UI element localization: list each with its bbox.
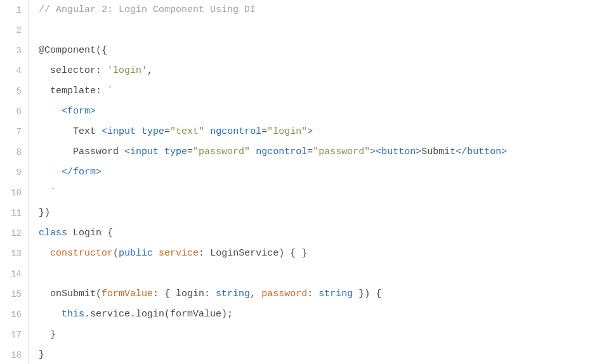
code-line[interactable]: }) [39, 203, 590, 223]
code-line[interactable] [39, 20, 590, 41]
code-token: Text [73, 126, 102, 137]
class-name-token: Login [73, 228, 102, 238]
string-token: login [113, 65, 141, 76]
code-editor[interactable]: // Angular 2: Login Component Using DI @… [29, 0, 590, 364]
key-token: login [176, 289, 204, 299]
code-line[interactable]: onSubmit(formValue: { login: string, pas… [39, 284, 590, 304]
line-number: 16 [0, 304, 22, 325]
code-token: : [199, 248, 210, 259]
line-number: 5 [0, 81, 22, 101]
type-token: LoginService [210, 248, 279, 259]
tag-token: form [67, 106, 90, 117]
code-token [102, 228, 107, 238]
code-token: ( [96, 289, 102, 299]
code-line[interactable] [39, 264, 590, 284]
line-number: 1 [0, 0, 22, 20]
attr-token: ngcontrol [256, 146, 307, 157]
code-token [39, 146, 73, 157]
code-token: = [261, 126, 267, 137]
code-line[interactable]: } [39, 345, 590, 364]
line-number: 7 [0, 122, 22, 142]
string-token: "password" [193, 146, 250, 157]
code-token: selector [50, 65, 96, 76]
line-number: 4 [0, 61, 22, 81]
code-token [39, 309, 62, 320]
line-number: 18 [0, 345, 22, 364]
code-line[interactable]: this.service.login(formValue); [39, 304, 590, 325]
line-number: 9 [0, 162, 22, 183]
code-token: : [204, 289, 216, 299]
code-token: template [50, 86, 96, 96]
code-line[interactable]: selector: 'login', [39, 61, 590, 81]
code-token [204, 126, 210, 137]
code-line[interactable]: @Component({ [39, 41, 590, 61]
code-token [39, 126, 73, 137]
string-token: "login" [267, 126, 307, 137]
param-token: service [159, 248, 199, 259]
code-token [39, 106, 62, 117]
code-token [153, 248, 159, 259]
code-line[interactable]: template: ` [39, 81, 590, 101]
code-line[interactable]: constructor(public service: LoginService… [39, 244, 590, 264]
code-token: = [307, 146, 313, 157]
tag-token: button [467, 146, 501, 157]
string-token: ` [50, 187, 56, 198]
line-number: 10 [0, 183, 22, 203]
line-number: 13 [0, 244, 22, 264]
tag-token: input [107, 126, 136, 137]
tag-token: > [96, 167, 102, 178]
code-line[interactable]: class Login { [39, 223, 590, 244]
code-token: ) { } [279, 248, 307, 259]
code-token [159, 146, 164, 157]
code-token: } [39, 349, 44, 360]
string-token: ' [141, 65, 147, 76]
tag-token: < [62, 106, 67, 117]
string-token: ` [107, 86, 113, 96]
line-number: 2 [0, 20, 22, 41]
code-line[interactable]: } [39, 325, 590, 345]
code-line[interactable]: Text <input type="text" ngcontrol="login… [39, 122, 590, 142]
code-token: }) { [353, 289, 381, 299]
line-number-gutter: 1 2 3 4 5 6 7 8 9 10 11 12 13 14 15 16 1… [0, 0, 29, 364]
line-number: 11 [0, 203, 22, 223]
code-line[interactable]: ` [39, 183, 590, 203]
code-line[interactable]: // Angular 2: Login Component Using DI [39, 0, 590, 20]
code-token [39, 248, 50, 259]
keyword-token: public [119, 248, 153, 259]
tag-token: < [102, 126, 107, 137]
code-token: : { [153, 289, 176, 299]
code-token: Submit [421, 146, 456, 157]
code-line[interactable]: </form> [39, 162, 590, 183]
code-token [39, 289, 50, 299]
code-token: .service.login(formValue); [84, 309, 233, 320]
code-token [136, 126, 141, 137]
code-token: = [187, 146, 193, 157]
line-number: 6 [0, 101, 22, 122]
comment-token: // Angular 2: Login Component Using DI [39, 4, 256, 15]
code-line[interactable]: Password <input type="password" ngcontro… [39, 142, 590, 162]
code-token: : [307, 289, 318, 299]
line-number: 8 [0, 142, 22, 162]
keyword-token: class [39, 228, 67, 238]
code-token: : [96, 86, 107, 96]
code-token: Password [73, 146, 124, 157]
code-line[interactable]: <form> [39, 101, 590, 122]
line-number: 17 [0, 325, 22, 345]
tag-token: </ [62, 167, 73, 178]
line-number: 12 [0, 223, 22, 244]
attr-token: ngcontrol [210, 126, 261, 137]
code-token: : [96, 65, 107, 76]
tag-token: form [73, 167, 96, 178]
code-token [39, 86, 50, 96]
line-number: 3 [0, 41, 22, 61]
code-token: @Component [39, 45, 96, 56]
key-token: password [261, 289, 307, 299]
method-token: onSubmit [50, 289, 96, 299]
tag-token: button [381, 146, 416, 157]
code-token: { [107, 228, 113, 238]
code-token [39, 167, 62, 178]
param-token: formValue [102, 289, 153, 299]
code-token: }) [39, 207, 50, 218]
tag-token: > [307, 126, 313, 137]
type-token: string [318, 289, 353, 299]
